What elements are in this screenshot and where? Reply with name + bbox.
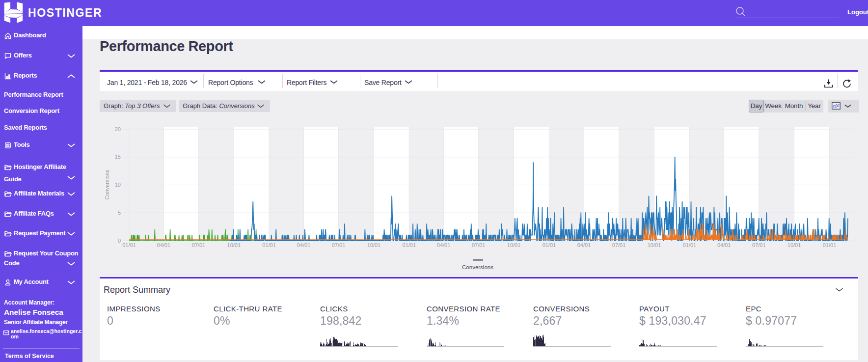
svg-text:10/01: 10/01 bbox=[367, 242, 381, 248]
svg-text:20: 20 bbox=[115, 126, 121, 132]
svg-text:04/01: 04/01 bbox=[717, 242, 731, 248]
svg-text:Conversions: Conversions bbox=[462, 264, 493, 270]
svg-text:01/01: 01/01 bbox=[542, 242, 556, 248]
svg-text:04/01: 04/01 bbox=[157, 242, 171, 248]
svg-text:07/01: 07/01 bbox=[612, 242, 626, 248]
svg-text:01/01: 01/01 bbox=[122, 242, 136, 248]
svg-text:01/01: 01/01 bbox=[403, 242, 416, 248]
svg-text:10/01: 10/01 bbox=[227, 242, 241, 248]
svg-text:01/01: 01/01 bbox=[683, 242, 697, 248]
svg-text:Conversions: Conversions bbox=[104, 169, 110, 200]
svg-text:04/01: 04/01 bbox=[297, 242, 311, 248]
svg-text:0: 0 bbox=[118, 238, 121, 244]
svg-text:5: 5 bbox=[118, 210, 121, 216]
svg-text:07/01: 07/01 bbox=[472, 242, 486, 248]
svg-text:10/01: 10/01 bbox=[507, 242, 521, 248]
svg-text:10: 10 bbox=[115, 182, 121, 188]
svg-text:10/01: 10/01 bbox=[787, 242, 801, 248]
svg-text:04/01: 04/01 bbox=[437, 242, 451, 248]
svg-text:01/01: 01/01 bbox=[262, 242, 276, 248]
svg-text:15: 15 bbox=[115, 154, 121, 160]
svg-text:07/01: 07/01 bbox=[192, 242, 206, 248]
svg-text:01/01: 01/01 bbox=[823, 242, 837, 248]
svg-text:10/01: 10/01 bbox=[648, 242, 661, 248]
svg-text:04/01: 04/01 bbox=[577, 242, 591, 248]
svg-text:07/01: 07/01 bbox=[752, 242, 766, 248]
svg-text:07/01: 07/01 bbox=[332, 242, 346, 248]
